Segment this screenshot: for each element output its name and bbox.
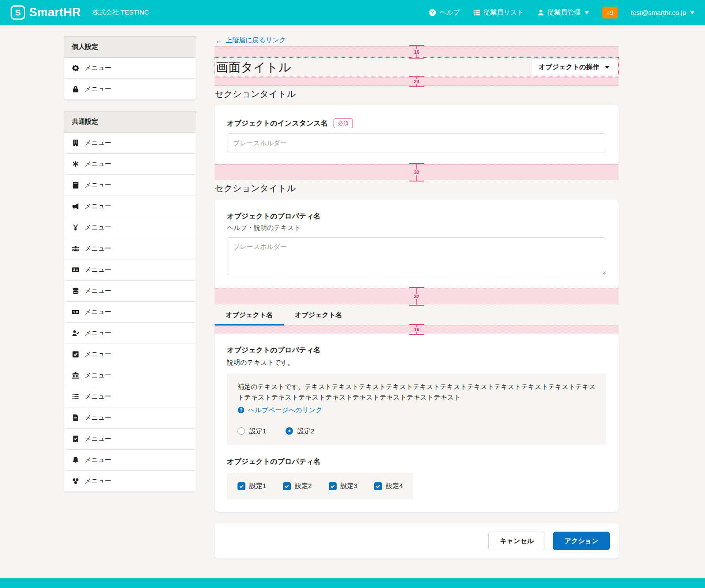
- sidebar-item-label: メニュー: [85, 350, 111, 359]
- section-title-2: セクションタイトル: [215, 182, 619, 194]
- note-box: 補足のテキストです。テキストテキストテキストテキストテキストテキストテキストテキ…: [227, 374, 606, 445]
- sidebar-item-label: メニュー: [85, 371, 111, 380]
- sidebar-item[interactable]: メニュー: [64, 344, 196, 365]
- spacing-annotation-32: 32: [215, 164, 619, 180]
- help-page-link-label: ヘルプページへのリンク: [248, 405, 323, 415]
- action-bar: キャンセル アクション: [215, 523, 619, 558]
- radio-checked-icon: [286, 427, 293, 435]
- company-name: 株式会社 TESTINC: [93, 8, 149, 17]
- spacing-ruler: 16: [409, 45, 424, 59]
- idcard-icon: [72, 266, 79, 274]
- sidebar-item[interactable]: メニュー: [64, 407, 196, 429]
- checkbox-checked-icon: [283, 482, 291, 490]
- sidebar-item[interactable]: メニュー: [64, 259, 196, 281]
- sidebar-item[interactable]: メニュー: [64, 386, 196, 407]
- instance-name-input[interactable]: [227, 133, 606, 152]
- sidebar-item[interactable]: メニュー: [64, 175, 196, 196]
- radio-unchecked-icon: [237, 427, 245, 435]
- smarthr-logo-icon: S: [11, 5, 25, 20]
- moneycheck-icon: [72, 308, 79, 316]
- sidebar-item[interactable]: メニュー: [64, 133, 196, 154]
- chevron-down-icon: [605, 66, 609, 69]
- checkbox-group: 設定1 設定2 設定3 設定4: [227, 473, 413, 499]
- checkbox-option-4[interactable]: 設定4: [374, 482, 403, 490]
- instance-name-label: オブジェクトのインスタンス名: [227, 119, 328, 128]
- user-icon: [537, 9, 545, 16]
- book-icon: [72, 181, 79, 189]
- radio-group: 設定1 設定2: [237, 426, 596, 436]
- help-nav-link[interactable]: ヘルプ: [429, 8, 460, 17]
- back-to-parent-link[interactable]: ← 上階層に戻るリンク: [215, 36, 286, 44]
- sidebar-item[interactable]: メニュー: [64, 450, 196, 471]
- account-dropdown[interactable]: test@smarthr.co.jp: [631, 9, 694, 16]
- database-icon: [72, 287, 79, 295]
- spacing-ruler: 32: [409, 287, 424, 306]
- sidebar-item-label: メニュー: [85, 223, 111, 232]
- tab-object-1[interactable]: オブジェクト名: [215, 306, 284, 325]
- sidebar-item-label: メニュー: [85, 139, 111, 147]
- table-list-icon: [473, 9, 481, 16]
- notification-badge[interactable]: +9: [602, 7, 618, 18]
- panel-property-label-2: オブジェクトのプロパティ名: [227, 457, 606, 466]
- spacing-annotation-24: 24: [215, 77, 619, 86]
- spacing-ruler: 32: [409, 163, 424, 181]
- sidebar-item-label: メニュー: [85, 435, 111, 443]
- smarthr-logo-text: SmartHR: [29, 6, 81, 19]
- instance-name-card: オブジェクトのインスタンス名 必須: [215, 105, 619, 164]
- main-content: ← 上階層に戻るリンク 16 画面タイトル オブジェクトの操作 24 セクション…: [215, 36, 619, 558]
- employee-mgmt-label: 従業員管理: [548, 8, 581, 17]
- sidebar-item[interactable]: メニュー: [64, 429, 196, 450]
- object-action-label: オブジェクトの操作: [539, 63, 599, 71]
- checkbox-option-1[interactable]: 設定1: [237, 482, 266, 490]
- megaphone-icon: [72, 203, 79, 210]
- list-icon: [72, 393, 79, 400]
- radio-option-2[interactable]: 設定2: [286, 426, 314, 436]
- sidebar-item[interactable]: メニュー: [64, 79, 196, 100]
- question-circle-icon: [237, 407, 245, 414]
- sidebar-item[interactable]: メニュー: [64, 323, 196, 344]
- sidebar-item[interactable]: メニュー: [64, 471, 196, 492]
- sidebar-item-label: メニュー: [85, 266, 111, 274]
- sidebar-item[interactable]: メニュー: [64, 58, 196, 79]
- sidebar-item[interactable]: メニュー: [64, 238, 196, 259]
- help-icon: [429, 9, 436, 16]
- employee-list-nav-link[interactable]: 従業員リスト: [473, 8, 524, 17]
- checkbox-option-2[interactable]: 設定2: [283, 482, 312, 490]
- filecheck-icon: [72, 435, 79, 443]
- sidebar-item[interactable]: メニュー: [64, 217, 196, 238]
- spacing-ruler: 16: [409, 324, 424, 335]
- yen-icon: [72, 224, 79, 231]
- smarthr-logo[interactable]: S SmartHR: [11, 5, 81, 20]
- checkbox-checked-icon: [329, 482, 337, 490]
- sidebar-item-label: メニュー: [85, 202, 111, 211]
- checkbox-label-1: 設定1: [249, 482, 266, 490]
- sidebar-item[interactable]: メニュー: [64, 196, 196, 217]
- app-footer: ヘルプお知らせ利用規約プライバシーポリシー特定商取引法に基づく表記運営会社開発者…: [0, 578, 705, 588]
- back-arrow-icon: ←: [215, 37, 223, 44]
- sidebar: 個人設定メニューメニュー共通設定メニューメニューメニューメニューメニューメニュー…: [64, 36, 196, 503]
- employee-mgmt-dropdown[interactable]: 従業員管理: [537, 8, 589, 17]
- gear-icon: [72, 64, 79, 72]
- property-help-text: ヘルプ・説明のテキスト: [227, 224, 606, 232]
- cancel-button[interactable]: キャンセル: [488, 532, 545, 550]
- building-icon: [72, 139, 79, 147]
- sidebar-item[interactable]: メニュー: [64, 365, 196, 386]
- checkbox-option-3[interactable]: 設定3: [329, 482, 357, 490]
- sidebar-item-label: メニュー: [85, 456, 111, 464]
- bank-icon: [72, 372, 79, 379]
- sidebar-item[interactable]: メニュー: [64, 154, 196, 175]
- property-textarea[interactable]: [227, 237, 606, 275]
- action-button[interactable]: アクション: [553, 532, 610, 550]
- object-action-button[interactable]: オブジェクトの操作: [531, 59, 617, 76]
- sidebar-item[interactable]: メニュー: [64, 281, 196, 302]
- spacing-annotation-16b: 16: [215, 325, 619, 333]
- chevron-down-icon: [690, 11, 694, 14]
- tab-object-2[interactable]: オブジェクト名: [284, 306, 353, 325]
- usercheck-icon: [72, 329, 79, 337]
- sidebar-item[interactable]: メニュー: [64, 302, 196, 323]
- sidebar-group: 共通設定メニューメニューメニューメニューメニューメニューメニューメニューメニュー…: [64, 111, 196, 492]
- coins-icon: [72, 477, 79, 485]
- help-page-link[interactable]: ヘルプページへのリンク: [237, 405, 323, 415]
- radio-option-1[interactable]: 設定1: [237, 426, 266, 436]
- property-card: オブジェクトのプロパティ名 ヘルプ・説明のテキスト: [215, 200, 619, 288]
